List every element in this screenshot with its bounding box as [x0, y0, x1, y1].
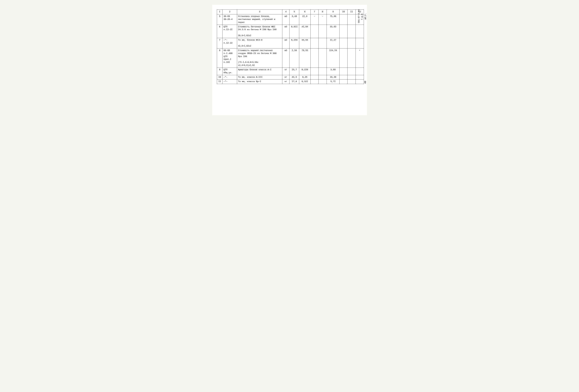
row8-col11: [348, 48, 356, 67]
row9-col7: [310, 68, 318, 75]
row6-col9: 33,93: [327, 25, 340, 38]
row8-col9: I24,I0: [327, 48, 340, 67]
row8-col6: 79,55: [299, 48, 310, 67]
row5-col2: 30–8930–26–4: [222, 14, 237, 25]
table-row: 6 ЦТПп.I2–2I Стоимость бетонных блоков Ф…: [217, 25, 364, 38]
page: 501-07-5.84 Т.Ш.Р. АЛ.У. I 2 3 4 5 6 7 8…: [212, 5, 367, 115]
row11-col10: [340, 79, 348, 84]
row9-col4: кг: [282, 68, 290, 75]
row5-col5: 3,48: [290, 14, 299, 25]
row10-col11: [348, 75, 356, 79]
side-label-2: АЛ.У.: [364, 13, 367, 19]
row11-col4: кг: [282, 79, 290, 84]
row5-col4: м3: [282, 14, 290, 25]
row10-col9: I0,38: [327, 75, 340, 79]
row7-formula: 42,0+I,02x2: [238, 45, 251, 47]
main-table: I 2 3 4 5 6 7 8 9 IO II I2 5 30–8930–26–…: [217, 9, 364, 84]
col-header-8: 8: [318, 10, 327, 14]
row5-col8: –: [318, 14, 327, 25]
row8-col5: I,56: [290, 48, 299, 67]
row9-col2: ЦТПОбщ.ук.: [222, 68, 237, 75]
row8-col1: 8: [217, 48, 222, 67]
table-row: 5 30–8930–26–4 Установка опорных блоков,…: [217, 14, 364, 25]
col-header-9: 9: [327, 10, 340, 14]
row7-col8: [318, 38, 327, 49]
row11-col6: 0,32I: [299, 79, 310, 84]
row10-col7: [310, 75, 318, 79]
row10-col3: То же, класса А–III: [237, 75, 282, 79]
row7-col4: м3: [282, 38, 290, 49]
col-header-3: 3: [237, 10, 282, 14]
row5-col11: [348, 14, 356, 25]
row7-col6: 44,04: [299, 38, 310, 49]
row11-col11: [348, 79, 356, 84]
row7-col10: [340, 38, 348, 49]
row9-col10: [340, 68, 348, 75]
row6-col12: [356, 25, 364, 38]
col-header-7: 7: [310, 10, 318, 14]
row6-formula: 39,8+I,02x2: [238, 35, 251, 37]
table-row: II –"– То же, класса Вр–I кг I7,8 0,32I …: [217, 79, 364, 84]
row11-col12: [356, 79, 364, 84]
col-header-11: II: [348, 10, 356, 14]
side-label-doc: 501-07-5.84: [358, 9, 361, 23]
row9-col11: [348, 68, 356, 75]
col-header-2: 2: [222, 10, 237, 14]
row5-col7: –: [310, 14, 318, 25]
col-header-4: 4: [282, 10, 290, 14]
table-row: I0 –"– То же, класса А–III кг 4I,5 0,25 …: [217, 75, 364, 79]
row8-col2: 06–08п.I.488ЦТПприл.Iп.I8I: [222, 48, 237, 67]
row11-col5: I7,8: [290, 79, 299, 84]
col-header-10: IO: [340, 10, 348, 14]
row10-col5: 4I,5: [290, 75, 299, 79]
row6-col3: Стоимость бетонных блоков ФБС 24.3.6 из …: [237, 25, 282, 38]
row7-col7: [310, 38, 318, 49]
row6-col1: 6: [217, 25, 222, 38]
row11-col7: [310, 79, 318, 84]
row7-col3: То же, блоков ФСЗ–8 42,0+I,02x2: [237, 38, 282, 49]
row8-formula1: (7I-I,6–0,8+3,58x: [238, 61, 258, 63]
table-row: 9 ЦТПОбщ.ук. Арматура блоков класса А–I …: [217, 68, 364, 75]
row6-col11: [348, 25, 356, 38]
row10-col8: [318, 75, 327, 79]
row10-col1: I0: [217, 75, 222, 79]
row10-col10: [340, 75, 348, 79]
page-number: 40: [364, 81, 367, 84]
row6-col6: 4I,84: [299, 25, 310, 38]
row8-col7: [310, 48, 318, 67]
row9-col12: [356, 68, 364, 75]
row8-col3: Стоимость маршей лестничных сходов ЛМ36–…: [237, 48, 282, 67]
side-label: 501-07-5.84 Т.Ш.Р. АЛ.У.: [358, 9, 367, 23]
row6-col10: [340, 25, 348, 38]
row7-col12: [356, 38, 364, 49]
table-row: 8 06–08п.I.488ЦТПприл.Iп.I8I Стоимость м…: [217, 48, 364, 67]
row9-col5: I5,7: [290, 68, 299, 75]
row11-col2: –"–: [222, 79, 237, 84]
table-row: 7 –"–п.I2–22 То же, блоков ФСЗ–8 42,0+I,…: [217, 38, 364, 49]
row6-col8: [318, 25, 327, 38]
row8-col4: м3: [282, 48, 290, 67]
row7-col1: 7: [217, 38, 222, 49]
row9-col3: Арматура блоков класса А–I: [237, 68, 282, 75]
row9-col8: [318, 68, 327, 75]
row7-col2: –"–п.I2–22: [222, 38, 237, 49]
row8-col10: [340, 48, 348, 67]
col-header-1: I: [217, 10, 222, 14]
row7-col9: II,27: [327, 38, 340, 49]
row7-col5: 0,256: [290, 38, 299, 49]
row5-col1: 5: [217, 14, 222, 25]
row7-col11: [348, 38, 356, 49]
row11-col3: То же, класса Вр–I: [237, 79, 282, 84]
row5-col9: 75,86: [327, 14, 340, 25]
col-header-5: 5: [290, 10, 299, 14]
row6-col4: м3: [282, 25, 290, 38]
col-header-6: 6: [299, 10, 310, 14]
header-row: I 2 3 4 5 6 7 8 9 IO II I2: [217, 10, 364, 14]
row10-col2: –"–: [222, 75, 237, 79]
row8-col8: [318, 48, 327, 67]
row6-col2: ЦТПп.I2–2I: [222, 25, 237, 38]
row9-col6: 0,229: [299, 68, 310, 75]
row10-col6: 0,25: [299, 75, 310, 79]
row5-col3: Установка опорных блоков, лестничных мар…: [237, 14, 282, 25]
side-label-1: Т.Ш.Р.: [361, 13, 364, 20]
